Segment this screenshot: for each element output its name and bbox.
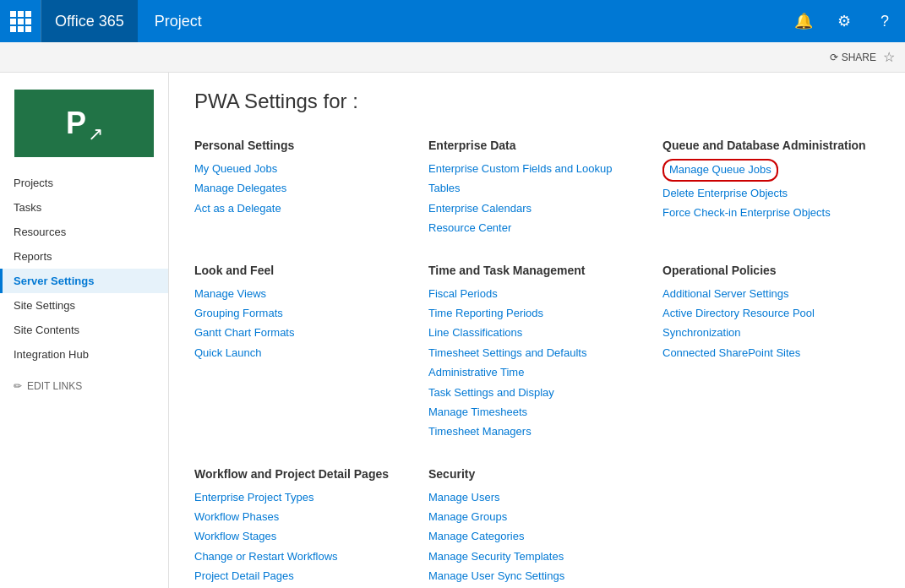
top-bar-icons: 🔔 ⚙ ? bbox=[783, 0, 905, 42]
notification-button[interactable]: 🔔 bbox=[783, 0, 824, 42]
sidebar-item-integration-hub[interactable]: Integration Hub bbox=[0, 342, 168, 367]
sidebar-item-server-settings[interactable]: Server Settings bbox=[0, 269, 168, 293]
link-manage-user-sync-settings[interactable]: Manage User Sync Settings bbox=[428, 566, 646, 585]
link-workflow-phases[interactable]: Workflow Phases bbox=[194, 507, 412, 526]
link-task-settings[interactable]: Task Settings and Display bbox=[428, 383, 646, 402]
top-bar: Office 365 Project 🔔 ⚙ ? bbox=[0, 0, 905, 42]
sub-bar: ⟳ SHARE ☆ bbox=[0, 42, 905, 73]
share-button[interactable]: ⟳ SHARE bbox=[830, 52, 876, 63]
link-manage-delegates-personal[interactable]: Manage Delegates bbox=[194, 178, 412, 198]
app-name[interactable]: Office 365 bbox=[41, 0, 138, 42]
section-look-and-feel: Look and Feel Manage Views Grouping Form… bbox=[194, 264, 412, 442]
link-manage-security-templates[interactable]: Manage Security Templates bbox=[428, 547, 646, 566]
page-title: PWA Settings for : bbox=[194, 90, 880, 113]
share-label: SHARE bbox=[842, 52, 876, 63]
sidebar-item-site-contents[interactable]: Site Contents bbox=[0, 318, 168, 342]
section-workflow: Workflow and Project Detail Pages Enterp… bbox=[194, 467, 412, 588]
edit-links-label: EDIT LINKS bbox=[27, 380, 82, 392]
link-gantt-chart-formats[interactable]: Gantt Chart Formats bbox=[194, 323, 412, 342]
link-enterprise-project-types[interactable]: Enterprise Project Types bbox=[194, 487, 412, 507]
settings-button[interactable]: ⚙ bbox=[824, 0, 864, 42]
sidebar-logo: P ↗ bbox=[14, 90, 154, 157]
section-title-look: Look and Feel bbox=[194, 264, 412, 277]
link-manage-queue-jobs[interactable]: Manage Queue Jobs bbox=[662, 159, 778, 182]
sidebar-item-reports[interactable]: Reports bbox=[0, 244, 168, 269]
section-queue-database: Queue and Database Administration Manage… bbox=[662, 139, 880, 238]
project-logo-icon: P ↗ bbox=[59, 98, 110, 149]
grid-icon bbox=[10, 11, 31, 32]
section-title-personal: Personal Settings bbox=[194, 139, 412, 152]
sidebar-item-projects[interactable]: Projects bbox=[0, 171, 168, 195]
link-force-checkin[interactable]: Force Check-in Enterprise Objects bbox=[662, 203, 880, 222]
svg-text:↗: ↗ bbox=[88, 123, 103, 144]
section-title-security: Security bbox=[428, 467, 646, 481]
link-enterprise-custom-fields[interactable]: Enterprise Custom Fields and Lookup Tabl… bbox=[428, 159, 646, 199]
sidebar-item-resources[interactable]: Resources bbox=[0, 220, 168, 244]
sidebar-item-tasks[interactable]: Tasks bbox=[0, 195, 168, 220]
pencil-icon: ✏ bbox=[14, 380, 22, 392]
link-change-restart-workflows[interactable]: Change or Restart Workflows bbox=[194, 547, 412, 566]
settings-grid: Personal Settings My Queued Jobs Manage … bbox=[194, 139, 880, 588]
link-fiscal-periods[interactable]: Fiscal Periods bbox=[428, 284, 646, 303]
section-operational-policies: Operational Policies Additional Server S… bbox=[662, 264, 880, 442]
app-name-label: Office 365 bbox=[55, 13, 124, 30]
link-act-as-delegate[interactable]: Act as a Delegate bbox=[194, 199, 412, 218]
link-connected-sharepoint[interactable]: Connected SharePoint Sites bbox=[662, 343, 880, 362]
link-my-queued-jobs[interactable]: My Queued Jobs bbox=[194, 159, 412, 178]
section-personal-settings: Personal Settings My Queued Jobs Manage … bbox=[194, 139, 412, 238]
link-project-detail-pages[interactable]: Project Detail Pages bbox=[194, 566, 412, 585]
link-manage-views[interactable]: Manage Views bbox=[194, 284, 412, 303]
link-manage-timesheets[interactable]: Manage Timesheets bbox=[428, 402, 646, 422]
share-icon: ⟳ bbox=[830, 52, 838, 63]
sidebar-item-site-settings[interactable]: Site Settings bbox=[0, 293, 168, 318]
link-time-reporting-periods[interactable]: Time Reporting Periods bbox=[428, 303, 646, 323]
main-layout: P ↗ Projects Tasks Resources Reports Ser… bbox=[0, 73, 905, 588]
link-administrative-time[interactable]: Administrative Time bbox=[428, 362, 646, 382]
svg-text:P: P bbox=[66, 106, 86, 140]
help-button[interactable]: ? bbox=[864, 0, 905, 42]
link-manage-users[interactable]: Manage Users bbox=[428, 487, 646, 507]
section-time-task: Time and Task Management Fiscal Periods … bbox=[428, 264, 646, 442]
main-content: PWA Settings for : Personal Settings My … bbox=[169, 73, 905, 588]
section-title-time-task: Time and Task Management bbox=[428, 264, 646, 277]
section-title-enterprise: Enterprise Data bbox=[428, 139, 646, 152]
link-resource-center[interactable]: Resource Center bbox=[428, 218, 646, 237]
link-grouping-formats[interactable]: Grouping Formats bbox=[194, 303, 412, 323]
link-delete-enterprise-objects[interactable]: Delete Enterprise Objects bbox=[662, 183, 880, 203]
section-security: Security Manage Users Manage Groups Mana… bbox=[428, 467, 646, 588]
favorite-button[interactable]: ☆ bbox=[883, 49, 895, 65]
link-active-directory[interactable]: Active Directory Resource Pool Synchroni… bbox=[662, 303, 880, 343]
link-manage-categories[interactable]: Manage Categories bbox=[428, 526, 646, 546]
link-timesheet-settings[interactable]: Timesheet Settings and Defaults bbox=[428, 343, 646, 362]
link-timesheet-managers[interactable]: Timesheet Managers bbox=[428, 422, 646, 441]
link-workflow-stages[interactable]: Workflow Stages bbox=[194, 526, 412, 546]
edit-links-button[interactable]: ✏ EDIT LINKS bbox=[0, 367, 168, 406]
link-enterprise-calendars[interactable]: Enterprise Calendars bbox=[428, 199, 646, 218]
section-title-operational: Operational Policies bbox=[662, 264, 880, 277]
link-manage-groups[interactable]: Manage Groups bbox=[428, 507, 646, 526]
link-additional-server-settings[interactable]: Additional Server Settings bbox=[662, 284, 880, 303]
link-quick-launch[interactable]: Quick Launch bbox=[194, 343, 412, 362]
section-title-queue: Queue and Database Administration bbox=[662, 139, 880, 152]
section-enterprise-data: Enterprise Data Enterprise Custom Fields… bbox=[428, 139, 646, 238]
grid-menu-button[interactable] bbox=[0, 0, 41, 42]
sidebar: P ↗ Projects Tasks Resources Reports Ser… bbox=[0, 73, 169, 588]
link-line-classifications[interactable]: Line Classifications bbox=[428, 323, 646, 342]
project-title: Project bbox=[138, 13, 219, 30]
section-title-workflow: Workflow and Project Detail Pages bbox=[194, 467, 412, 481]
